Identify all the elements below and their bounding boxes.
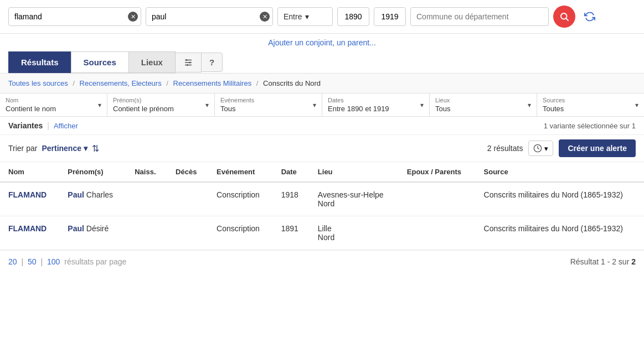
filter-lieux[interactable]: Lieux Tous ▾ [430, 94, 537, 116]
nom-link[interactable]: FLAMAND [8, 190, 47, 199]
chevron-down-icon: ▾ [528, 101, 531, 109]
cell-epoux [399, 182, 476, 216]
prenom-search-input[interactable] [146, 7, 273, 26]
filter-prenom-value: Contient le prénom [113, 105, 174, 113]
search-icon [559, 12, 569, 22]
clock-icon [533, 144, 542, 153]
col-prenom: Prénom(s) [59, 162, 126, 182]
filter-dates-value: Entre 1890 et 1919 [328, 105, 389, 113]
tab-lieux[interactable]: Lieux [128, 51, 176, 73]
chevron-down-icon: ▾ [98, 101, 101, 109]
per-page-100[interactable]: 100 [47, 257, 60, 266]
name-search-input[interactable] [8, 7, 141, 26]
cell-prenom: Paul Charles [59, 182, 126, 216]
tab-filter-icon[interactable] [175, 53, 202, 72]
col-epoux: Epoux / Parents [399, 162, 476, 182]
cell-date: 1918 [273, 182, 310, 216]
tab-sources[interactable]: Sources [71, 51, 129, 73]
cell-date: 1891 [273, 216, 310, 250]
chevron-down-icon: ▾ [205, 101, 209, 109]
sort-select-dropdown[interactable]: Pertinence ▾ [42, 144, 87, 153]
year-from-input[interactable] [337, 7, 369, 26]
cell-lieu: Avesnes-sur-HelpeNord [310, 182, 399, 216]
col-nom: Nom [0, 162, 59, 182]
tab-resultats[interactable]: Résultats [8, 51, 71, 73]
breadcrumb-recensements[interactable]: Recensements, Electeurs [80, 79, 162, 87]
creer-alerte-button[interactable]: Créer une alerte [559, 139, 636, 157]
year-to-input[interactable] [374, 7, 406, 26]
nom-link[interactable]: FLAMAND [8, 224, 47, 233]
reset-button[interactable] [580, 7, 600, 27]
col-naiss: Naiss. [126, 162, 167, 182]
prenom-search-wrapper: ✕ [146, 7, 273, 26]
filter-nom-group: Nom Contient le nom [6, 97, 56, 113]
col-deces: Décès [167, 162, 208, 182]
between-dropdown[interactable]: Entre ▾ [277, 7, 333, 26]
add-person-link[interactable]: Ajouter un conjoint, un parent... [268, 38, 376, 47]
history-button[interactable]: ▾ [528, 141, 553, 156]
filter-sources-group: Sources Toutes [543, 97, 565, 113]
cell-source: Conscrits militaires du Nord (1865-1932) [476, 216, 644, 250]
variants-label: Variantes [8, 121, 43, 130]
question-mark-icon: ? [209, 58, 214, 67]
per-page: 20 | 50 | 100 résultats par page [8, 257, 128, 266]
search-bar: ✕ ✕ Entre ▾ [0, 0, 644, 34]
per-page-50[interactable]: 50 [28, 257, 37, 266]
table-row: FLAMAND Paul Charles Conscription 1918 A… [0, 182, 644, 216]
chevron-down-icon: ▾ [313, 101, 316, 109]
chevron-down-icon: ▾ [420, 101, 424, 109]
between-label: Entre [284, 12, 302, 21]
chevron-down-icon: ▾ [635, 101, 638, 109]
prenom-rest: Désiré [84, 224, 109, 233]
col-lieu: Lieu [310, 162, 399, 182]
commune-input[interactable] [410, 7, 549, 26]
filter-evenements-label: Evénements [220, 97, 254, 103]
chevron-down-icon: ▾ [84, 144, 87, 153]
filter-sources[interactable]: Sources Toutes ▾ [537, 94, 644, 116]
svg-point-7 [187, 64, 188, 66]
cell-source: Conscrits militaires du Nord (1865-1932) [476, 182, 644, 216]
table-row: FLAMAND Paul Désiré Conscription 1891 Li… [0, 216, 644, 250]
clear-prenom-button[interactable]: ✕ [260, 12, 270, 22]
sort-left: Trier par Pertinence ▾ ⇅ [8, 143, 99, 154]
result-info: Résultat 1 - 2 sur 2 [570, 257, 636, 266]
cell-naiss [126, 216, 167, 250]
refresh-icon [584, 11, 595, 22]
svg-line-1 [566, 18, 568, 20]
sliders-icon [183, 58, 193, 67]
search-button[interactable] [553, 6, 575, 28]
variants-afficher-link[interactable]: Afficher [54, 122, 78, 130]
filter-evenements-group: Evénements Tous [220, 97, 254, 113]
filter-row: Nom Contient le nom ▾ Prénom(s) Contient… [0, 94, 644, 117]
filter-sources-label: Sources [543, 97, 565, 103]
breadcrumb-recensements-militaires[interactable]: Recensements Militaires [173, 79, 252, 87]
sort-order-icon[interactable]: ⇅ [92, 143, 99, 154]
breadcrumb-current: Conscrits du Nord [263, 79, 321, 87]
filter-prenom[interactable]: Prénom(s) Contient le prénom ▾ [107, 94, 215, 116]
tabs-row: Résultats Sources Lieux ? [0, 51, 644, 73]
sep-2: | [40, 257, 43, 266]
cell-naiss [126, 182, 167, 216]
results-table: Nom Prénom(s) Naiss. Décès Evénement Dat… [0, 162, 644, 250]
clear-name-button[interactable]: ✕ [128, 12, 138, 22]
per-page-20[interactable]: 20 [8, 257, 17, 266]
filter-nom[interactable]: Nom Contient le nom ▾ [0, 94, 107, 116]
name-search-wrapper: ✕ [8, 7, 141, 26]
sort-right: 2 résultats ▾ Créer une alerte [487, 139, 636, 157]
filter-dates-label: Dates [328, 97, 389, 103]
svg-point-5 [186, 59, 187, 61]
filter-lieux-group: Lieux Tous [435, 97, 450, 113]
filter-prenom-label: Prénom(s) [113, 97, 174, 103]
breadcrumb-all-sources[interactable]: Toutes les sources [8, 79, 68, 87]
cell-deces [167, 216, 208, 250]
chevron-down-icon: ▾ [305, 12, 309, 21]
table-header-row: Nom Prénom(s) Naiss. Décès Evénement Dat… [0, 162, 644, 182]
filter-dates[interactable]: Dates Entre 1890 et 1919 ▾ [322, 94, 430, 116]
variants-count: 1 variante sélectionnée sur 1 [544, 122, 636, 130]
cell-prenom: Paul Désiré [59, 216, 126, 250]
cell-nom: FLAMAND [0, 216, 59, 250]
variants-left: Variantes | Afficher [8, 121, 78, 130]
cell-lieu: LilleNord [310, 216, 399, 250]
tab-help-icon[interactable]: ? [201, 53, 223, 72]
filter-evenements[interactable]: Evénements Tous ▾ [215, 94, 322, 116]
